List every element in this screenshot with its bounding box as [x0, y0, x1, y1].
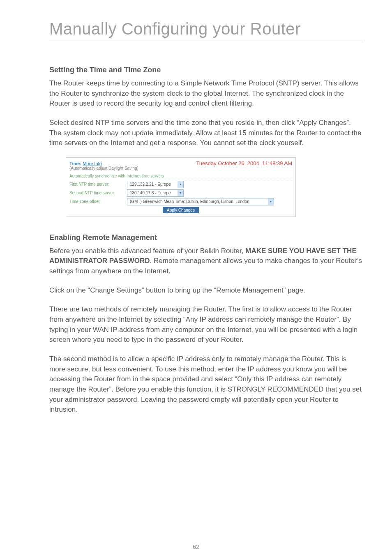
page-number: 62	[0, 544, 392, 550]
apply-changes-button[interactable]: Apply Changes	[163, 207, 199, 213]
timezone-label: Time zone offset:	[69, 199, 127, 204]
clock-readout: Tuesday October 26, 2004. 11:48:39 AM	[196, 160, 292, 166]
para-remote-4: The second method is to allow a specific…	[49, 354, 363, 415]
para-remote-3: There are two methods of remotely managi…	[49, 304, 363, 345]
para-remote-1-pre: Before you enable this advanced feature …	[49, 247, 245, 255]
first-ntp-select[interactable]: 129.132.2.21 - Europe ▾	[127, 181, 184, 188]
auto-sync-label: Automatically synchronize with Internet …	[69, 174, 292, 178]
timezone-select[interactable]: (GMT) Greenwich Mean Time: Dublin, Edinb…	[127, 198, 274, 205]
para-remote-1: Before you enable this advanced feature …	[49, 246, 363, 277]
daylight-saving-note: (Automatically adjust Daylight Saving)	[69, 166, 138, 171]
para-remote-2: Click on the “Change Settings” button to…	[49, 286, 363, 296]
first-ntp-label: First NTP time server:	[69, 182, 127, 187]
second-ntp-select[interactable]: 130.149.17.8 - Europe ▾	[127, 189, 184, 197]
para-time-1: The Router keeps time by connecting to a…	[49, 78, 363, 109]
section-heading-time: Setting the Time and Time Zone	[49, 66, 363, 74]
chevron-down-icon: ▾	[178, 190, 183, 196]
section-heading-remote: Enabling Remote Management	[49, 233, 363, 242]
chevron-down-icon: ▾	[268, 198, 274, 205]
second-ntp-label: Second NTP time server:	[69, 191, 127, 195]
more-info-link[interactable]: More Info	[83, 161, 101, 166]
time-settings-panel: Time: More Info (Automatically adjust Da…	[66, 157, 296, 217]
second-ntp-value: 130.149.17.8 - Europe	[127, 191, 178, 195]
chevron-down-icon: ▾	[178, 181, 183, 188]
para-time-2: Select desired NTP time servers and the …	[49, 118, 363, 148]
time-label-text: Time:	[69, 161, 81, 166]
chapter-title: Manually Configuring your Router	[49, 20, 363, 38]
time-label: Time: More Info	[69, 161, 102, 166]
timezone-value: (GMT) Greenwich Mean Time: Dublin, Edinb…	[127, 199, 268, 204]
divider	[49, 41, 363, 41]
first-ntp-value: 129.132.2.21 - Europe	[127, 182, 178, 187]
